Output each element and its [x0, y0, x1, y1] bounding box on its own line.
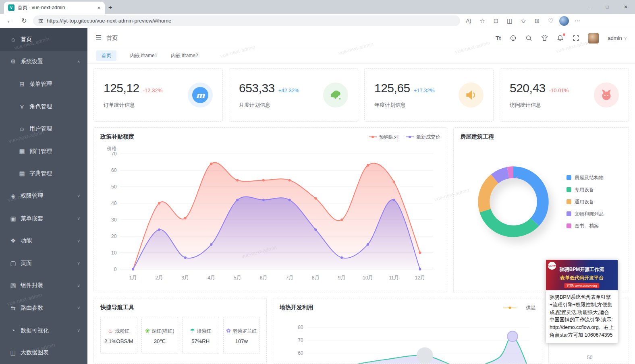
- sidebar-item-label: 菜单管理: [29, 81, 52, 88]
- sidebar-item-feature[interactable]: ❖ 功能 ∨: [0, 230, 87, 252]
- legend-item[interactable]: 最新成交价: [406, 134, 440, 141]
- legend-label: 专用设备: [575, 186, 594, 193]
- sidebar-item-route-params[interactable]: ⇆ 路由参数 ∨: [0, 297, 87, 319]
- read-aloud-icon[interactable]: A): [463, 18, 474, 24]
- legend-label: 图书、档案: [575, 223, 599, 230]
- site-permissions-icon[interactable]: [38, 18, 44, 24]
- browser-essentials-icon[interactable]: ♡: [546, 17, 556, 25]
- svg-text:10: 10: [111, 250, 117, 256]
- tab-iframe1[interactable]: 内嵌 iframe1: [130, 52, 157, 59]
- sidebar-item-dict-manage[interactable]: ▤ 字典管理: [0, 163, 87, 185]
- sidebar-item-user-manage[interactable]: ☺ 用户管理: [0, 118, 87, 140]
- sidebar-item-pages[interactable]: ▢ 页面 ∨: [0, 252, 87, 275]
- flower-icon: ❀: [145, 327, 150, 335]
- user-menu[interactable]: admin ∨: [608, 35, 627, 41]
- new-tab-button[interactable]: +: [105, 4, 116, 14]
- order-stats-icon: m: [188, 83, 213, 108]
- svg-text:80: 80: [298, 325, 303, 330]
- geothermal-line-chart[interactable]: 807060: [280, 314, 535, 364]
- legend-label: 通用设备: [575, 199, 594, 205]
- stat-card-orders: 125,12 -12.32% 订单统计信息 m: [93, 68, 223, 122]
- sidebar: ⌂ 首页 ⚙ 系统设置 ∧ ⊞ 菜单管理 ⋎ 角色管理 ☺ 用户管理 ▦ 部门管…: [0, 28, 87, 364]
- svg-text:价格: 价格: [106, 146, 116, 151]
- notifications-bell-icon[interactable]: [557, 35, 564, 41]
- sidebar-item-label: 字典管理: [29, 170, 52, 177]
- sidebar-item-menu-nest[interactable]: ▣ 菜单嵌套 ∨: [0, 207, 87, 230]
- legend-item[interactable]: 通用设备: [567, 199, 604, 205]
- chart-title: 地热开发利用: [280, 304, 313, 311]
- tab-close-icon[interactable]: ✕: [98, 6, 101, 10]
- sidebar-item-perm-manage[interactable]: ◈ 权限管理 ∨: [0, 185, 87, 207]
- ad-text[interactable]: 驰骋BPM系统包含表单引擎+流程引擎+权限控制,方便集成,配置灵活,功能强大,适…: [546, 290, 618, 343]
- bar-chart-icon: ◫: [10, 349, 17, 356]
- svg-text:10月: 10月: [363, 275, 373, 281]
- stat-card-yearly: 125,65 +17.32% 年度计划信息: [364, 68, 494, 122]
- tile-name: 深红(猩红): [152, 327, 174, 335]
- quick-nav-tile[interactable]: ✿弱紫罗兰红 107w: [223, 317, 260, 354]
- font-size-icon[interactable]: Tt: [496, 35, 501, 41]
- refresh-button[interactable]: ↻: [19, 17, 30, 25]
- browser-menu-icon[interactable]: ⋯: [572, 17, 583, 25]
- minimize-button[interactable]: ─: [579, 0, 598, 14]
- maximize-button[interactable]: □: [598, 0, 616, 14]
- sidebar-item-data-visual[interactable]: ◔ 数据可视化 ∨: [0, 319, 87, 342]
- legend-swatch: [567, 199, 571, 204]
- svg-text:7月: 7月: [286, 275, 293, 281]
- browser-profile-avatar[interactable]: [559, 16, 569, 26]
- stat-label: 月度计划信息: [239, 101, 299, 109]
- address-bar[interactable]: https://lyt-top.gitee.io/vue-next-admin-…: [33, 15, 460, 26]
- ad-banner[interactable]: CCFW 驰骋BPM开源工作流 表单低代码开发平台 官网: www.ccflow…: [546, 260, 618, 290]
- sidebar-item-label: 角色管理: [29, 103, 52, 110]
- split-screen-icon[interactable]: ◫: [504, 17, 515, 25]
- sidebar-item-label: 首页: [21, 36, 32, 43]
- sidebar-item-big-data-chart[interactable]: ◫ 大数据图表: [0, 341, 87, 364]
- stat-card-monthly: 653,33 +42.32% 月度计划信息: [229, 68, 358, 122]
- back-button[interactable]: ←: [4, 17, 15, 25]
- browser-tab[interactable]: V 首页 - vue-next-admin ✕: [4, 2, 105, 14]
- legend-item[interactable]: 房屋及结构物: [567, 174, 604, 181]
- svg-text:70: 70: [111, 151, 117, 157]
- theme-skin-icon[interactable]: [541, 35, 548, 41]
- url-text[interactable]: https://lyt-top.gitee.io/vue-next-admin-…: [47, 18, 171, 24]
- quick-nav-tile[interactable]: ☂淡紫红 57%RH: [182, 317, 219, 354]
- sidebar-item-home[interactable]: ⌂ 首页: [0, 28, 87, 51]
- sidebar-item-role-manage[interactable]: ⋎ 角色管理: [0, 95, 87, 118]
- ad-ribbon: 官网: www.ccflow.org: [564, 283, 599, 288]
- line-chart[interactable]: 010203040506070价格1月2月3月4月5月6月7月8月9月10月11…: [100, 142, 440, 286]
- username: admin: [608, 35, 622, 41]
- tab-iframe2[interactable]: 内嵌 iframe2: [171, 52, 198, 59]
- app-frame: ⌂ 首页 ⚙ 系统设置 ∧ ⊞ 菜单管理 ⋎ 角色管理 ☺ 用户管理 ▦ 部门管…: [0, 28, 635, 364]
- sidebar-item-system-settings[interactable]: ⚙ 系统设置 ∧: [0, 51, 87, 73]
- search-icon[interactable]: [525, 35, 532, 41]
- sidebar-item-menu-manage[interactable]: ⊞ 菜单管理: [0, 73, 87, 95]
- close-button[interactable]: ✕: [616, 0, 635, 14]
- sidebar-item-component-wrap[interactable]: ▧ 组件封装 ∨: [0, 275, 87, 297]
- browser-tabstrip: V 首页 - vue-next-admin ✕ + ─ □ ✕: [0, 0, 635, 14]
- tile-name: 淡紫红: [197, 327, 212, 335]
- legend-item[interactable]: 预购队列: [369, 134, 398, 141]
- sidebar-item-dept-manage[interactable]: ▦ 部门管理: [0, 140, 87, 163]
- extensions-icon[interactable]: ⊡: [491, 17, 501, 25]
- user-avatar[interactable]: [588, 33, 599, 43]
- hamburger-menu-icon[interactable]: ☰: [95, 34, 102, 42]
- collections-icon[interactable]: ⊞: [532, 17, 542, 25]
- quick-nav-tile[interactable]: ♨浅粉红 2.1%OBS/M: [100, 317, 137, 354]
- legend-item[interactable]: 图书、档案: [567, 223, 604, 230]
- tab-home[interactable]: 首页: [96, 50, 116, 61]
- nested-grid-icon: ▣: [10, 215, 17, 222]
- favorite-star-icon[interactable]: ☆: [477, 17, 488, 25]
- legend-label: 最新成交价: [416, 134, 440, 141]
- fullscreen-icon[interactable]: [573, 35, 579, 41]
- sidebar-item-label: 功能: [21, 237, 32, 244]
- favorites-bar-icon[interactable]: ✩: [518, 17, 529, 25]
- legend-swatch: [567, 211, 571, 216]
- language-icon[interactable]: [510, 35, 517, 41]
- stats-row: 125,12 -12.32% 订单统计信息 m 653,33 +42.32%: [93, 68, 629, 122]
- legend-item[interactable]: 专用设备: [567, 186, 604, 193]
- legend-item[interactable]: 文物和陈列品: [567, 211, 604, 217]
- svg-text:3月: 3月: [181, 275, 189, 281]
- ad-overlay[interactable]: CCFW 驰骋BPM开源工作流 表单低代码开发平台 官网: www.ccflow…: [546, 260, 618, 343]
- donut-chart[interactable]: [471, 159, 556, 244]
- quick-nav-tile[interactable]: ❀深红(猩红) 30℃: [141, 317, 178, 354]
- sidebar-item-label: 路由参数: [21, 304, 43, 312]
